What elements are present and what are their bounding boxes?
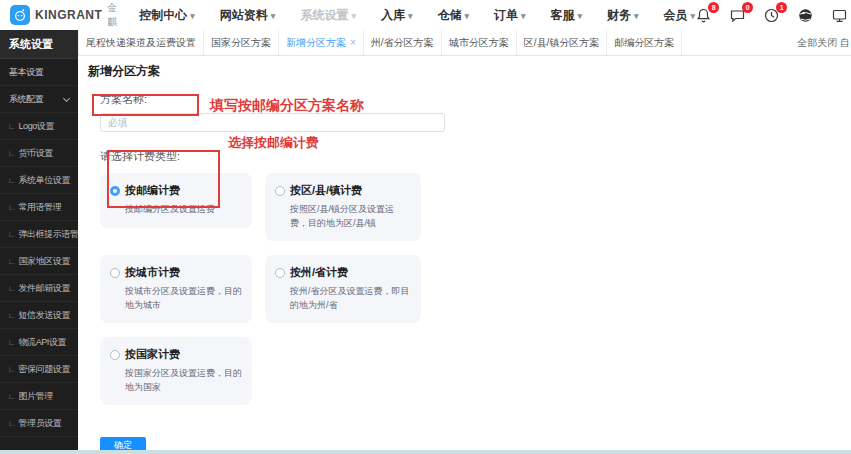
radio-unchecked-icon[interactable] (110, 350, 120, 360)
nav-item-members[interactable]: 会员 (664, 7, 696, 24)
brand-logo[interactable]: KINGRANT 金麒 (10, 1, 117, 29)
tab-new-zone-scheme[interactable]: 新增分区方案× (279, 30, 364, 55)
main-content: 新增分区方案 方案名称: 请选择计费类型: 按邮编计费 按邮编分区及设置运费 按… (78, 56, 851, 450)
sidebar-item-system-config[interactable]: 系统配置 (0, 86, 78, 113)
billing-option-card-country[interactable]: 按国家计费 按国家分区及设置运费，目的地为国家 (100, 337, 252, 405)
angle-icon (8, 283, 18, 293)
monitor-icon[interactable] (831, 7, 848, 24)
option-description: 按城市分区及设置运费，目的地为城市 (125, 285, 242, 312)
radio-unchecked-icon[interactable] (275, 268, 285, 278)
page-title: 新增分区方案 (78, 56, 851, 80)
angle-icon (8, 148, 18, 158)
globe-icon[interactable] (797, 7, 814, 24)
brand-logo-icon (10, 5, 30, 25)
new-zone-scheme-form: 方案名称: 请选择计费类型: 按邮编计费 按邮编分区及设置运费 按区/县/镇计费… (78, 92, 851, 453)
angle-icon (8, 364, 18, 374)
sidebar-item-popup-tips[interactable]: 弹出框提示语管理 (0, 221, 78, 248)
radio-checked-icon[interactable] (110, 186, 120, 196)
angle-icon (8, 202, 18, 212)
sidebar-item-common-phrases[interactable]: 常用语管理 (0, 194, 78, 221)
nav-item-control-center[interactable]: 控制中心 (139, 7, 195, 24)
tab-country-zone-scheme[interactable]: 国家分区方案 (204, 30, 279, 55)
tab-state-zone-scheme[interactable]: 州/省分区方案 (364, 30, 442, 55)
billing-option-card-city[interactable]: 按城市计费 按城市分区及设置运费，目的地为城市 (100, 255, 252, 323)
card-head: 按国家计费 (110, 347, 242, 362)
chevron-down-icon (268, 8, 276, 22)
nav-item-finance[interactable]: 财务 (607, 7, 639, 24)
brand-name-cn: 金麒 (107, 1, 117, 29)
option-title: 按邮编计费 (125, 183, 180, 198)
chevron-down-icon (575, 8, 583, 22)
sidebar-item-admin-settings[interactable]: 管理员设置 (0, 410, 78, 437)
angle-icon (8, 418, 18, 428)
sidebar-item-currency-settings[interactable]: 货币设置 (0, 140, 78, 167)
angle-icon (8, 337, 18, 347)
sidebar-header: 系统设置 (0, 30, 78, 59)
bell-icon[interactable]: 8 (695, 7, 712, 24)
radio-unchecked-icon[interactable] (275, 186, 285, 196)
sidebar-item-system-units[interactable]: 系统单位设置 (0, 167, 78, 194)
card-head: 按城市计费 (110, 265, 242, 280)
option-title: 按区/县/镇计费 (290, 183, 362, 198)
sidebar-item-sender-mailbox[interactable]: 发件邮箱设置 (0, 275, 78, 302)
chat-icon[interactable]: 0 (729, 7, 746, 24)
chevron-down-icon (461, 8, 469, 22)
sidebar-item-image-management[interactable]: 图片管理 (0, 383, 78, 410)
option-title: 按州/省计费 (290, 265, 348, 280)
sidebar: 系统设置 基本设置 系统配置 Logo设置 货币设置 系统单位设置 常用语管理 … (0, 30, 78, 450)
option-description: 按州/省分区及设置运费，即目的地为州/省 (290, 285, 411, 312)
chevron-down-icon (63, 95, 70, 102)
tab-postcode-zone-scheme[interactable]: 邮编分区方案 (607, 30, 682, 55)
billing-option-card-state[interactable]: 按州/省计费 按州/省分区及设置运费，即目的地为州/省 (265, 255, 421, 323)
main-menu: 控制中心 网站资料 系统设置 入库 仓储 订单 客服 财务 (139, 7, 695, 24)
chevron-down-icon (187, 8, 195, 22)
card-head: 按州/省计费 (275, 265, 411, 280)
nav-item-system-settings[interactable]: 系统设置 (300, 7, 356, 24)
radio-unchecked-icon[interactable] (110, 268, 120, 278)
billing-option-card-postcode[interactable]: 按邮编计费 按邮编分区及设置运费 (100, 173, 252, 228)
sidebar-item-country-region[interactable]: 国家地区设置 (0, 248, 78, 275)
brand-name: KINGRANT (35, 8, 102, 22)
card-head: 按区/县/镇计费 (275, 183, 411, 198)
chevron-down-icon (518, 8, 526, 22)
angle-icon (8, 310, 18, 320)
close-icon[interactable]: × (350, 37, 356, 48)
nav-item-orders[interactable]: 订单 (494, 7, 526, 24)
bottom-edge-strip (0, 450, 851, 454)
option-description: 按照区/县/镇分区及设置运费，目的地为区/县/镇 (290, 203, 411, 230)
chat-badge: 0 (742, 2, 753, 13)
option-title: 按城市计费 (125, 265, 180, 280)
angle-icon (8, 391, 18, 401)
angle-icon (8, 175, 18, 185)
sidebar-item-logo-settings[interactable]: Logo设置 (0, 113, 78, 140)
chevron-down-icon (631, 8, 639, 22)
tab-last-mile-shipping[interactable]: 尾程快递渠道及运费设置 (78, 30, 204, 55)
chevron-down-icon (348, 8, 356, 22)
clock-badge: 1 (776, 2, 787, 13)
angle-icon (8, 121, 18, 131)
clock-icon[interactable]: 1 (763, 7, 780, 24)
sidebar-item-logistics-api[interactable]: 物流API设置 (0, 329, 78, 356)
nav-item-customer-service[interactable]: 客服 (551, 7, 583, 24)
billing-type-label: 请选择计费类型: (100, 149, 851, 164)
sidebar-item-basic-settings[interactable]: 基本设置 (0, 59, 78, 86)
scheme-name-input[interactable] (100, 113, 445, 132)
nav-item-site-data[interactable]: 网站资料 (220, 7, 276, 24)
billing-option-card-district[interactable]: 按区/县/镇计费 按照区/县/镇分区及设置运费，目的地为区/县/镇 (265, 173, 421, 241)
sidebar-item-sms-sending[interactable]: 短信发送设置 (0, 302, 78, 329)
tab-city-zone-scheme[interactable]: 城市分区方案 (442, 30, 517, 55)
tab-district-zone-scheme[interactable]: 区/县/镇分区方案 (517, 30, 608, 55)
billing-option-grid: 按邮编计费 按邮编分区及设置运费 按区/县/镇计费 按照区/县/镇分区及设置运费… (100, 173, 851, 405)
chevron-down-icon (405, 8, 413, 22)
top-navbar: KINGRANT 金麒 控制中心 网站资料 系统设置 入库 仓储 订单 客服 (0, 0, 851, 30)
angle-icon (8, 229, 18, 239)
nav-item-warehouse[interactable]: 仓储 (437, 7, 469, 24)
sidebar-item-security-question[interactable]: 密保问题设置 (0, 356, 78, 383)
option-description: 按邮编分区及设置运费 (125, 203, 242, 217)
option-title: 按国家计费 (125, 347, 180, 362)
navbar-right-icons: 8 0 1 (695, 0, 851, 34)
nav-item-inbound[interactable]: 入库 (381, 7, 413, 24)
card-head: 按邮编计费 (110, 183, 242, 198)
scheme-name-label: 方案名称: (100, 92, 851, 107)
option-description: 按国家分区及设置运费，目的地为国家 (125, 367, 242, 394)
